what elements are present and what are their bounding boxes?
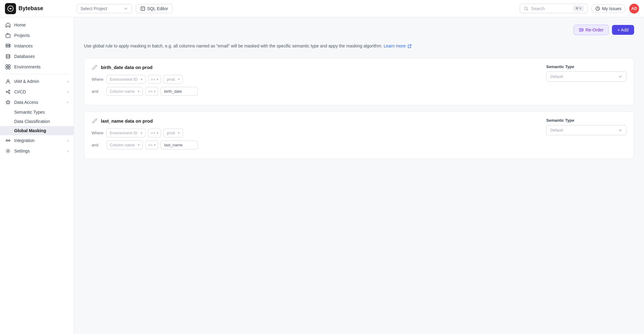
rule-1-where-row: Where Environment ID ▾ == ▾ prod [92,75,539,84]
rule-2-semantic-value: Default [550,128,563,132]
rule-1-header: birth_date data on prod [92,64,539,70]
project-select[interactable]: Select Project [76,4,132,13]
rule-2-semantic-select[interactable]: Default [546,125,626,135]
clock-icon [595,6,600,11]
chevron-down-col-op: ▾ [154,90,155,93]
sidebar-item-data-access[interactable]: Data Access › [0,97,74,108]
rule-1-op-select[interactable]: == ▾ [148,75,161,84]
sidebar-sub-item-data-classification[interactable]: Data Classification [0,117,74,126]
sidebar-item-settings[interactable]: Settings › [0,146,74,156]
rule-1-where-label: Where [92,77,104,82]
rule-2-col-field-label: Column name [110,143,135,147]
rule-1-col-field-label: Column name [110,89,135,94]
reorder-button[interactable]: Re-Order [573,25,609,35]
svg-point-7 [10,44,10,45]
rule-2-semantic: Semantic Type Default [546,118,626,135]
learn-more-link[interactable]: Learn more [384,43,411,48]
chevron-down-env2: ▾ [141,131,142,135]
sidebar-item-environments-label: Environments [14,64,41,69]
sidebar-item-cicd[interactable]: CI/CD › [0,87,74,97]
rule-1-semantic: Semantic Type Default [546,64,626,82]
sidebar-item-home[interactable]: Home [0,20,74,30]
rule-2-op-select[interactable]: == ▾ [148,128,161,137]
rule-1-env-field-select[interactable]: Environment ID ▾ [106,75,146,84]
sidebar-item-iam-label: IAM & Admin [14,79,39,84]
edit-icon-2[interactable] [92,118,97,124]
avatar[interactable]: AD [629,4,639,14]
sidebar-item-iam-admin[interactable]: IAM & Admin › [0,76,74,87]
rule-1-env-field-label: Environment ID [110,77,138,82]
chevron-right-icon: › [67,79,69,84]
svg-point-19 [9,140,10,141]
rule-1-semantic-value: Default [550,74,563,79]
main-content: Re-Order + Add Use global rule to apply … [74,17,644,334]
chevron-down-icon-data: › [66,102,71,103]
edit-icon-1[interactable] [92,64,97,70]
chevron-right-icon-set: › [67,149,69,153]
add-label: + Add [617,27,629,32]
info-text-content: Use global rule to apply masking in batc… [84,43,382,48]
search-bar[interactable]: Search ⌘ K [520,4,588,13]
chevron-down-op2: ▾ [157,131,158,135]
sidebar-sub-item-global-masking[interactable]: Global Masking [0,126,74,135]
rule-2-and-label: and [92,143,104,147]
rule-1-col-value-text: birth_date [164,89,182,94]
rule-1-col-op-label: == [148,89,153,94]
rule-1-col-op-select[interactable]: == ▾ [145,87,158,96]
semantic-types-label: Semantic Types [14,110,45,115]
rule-1-col-value: birth_date [161,87,198,96]
rule-2-header: last_name data on prod [92,118,539,124]
rule-2-col-field-select[interactable]: Column name ▾ [106,141,143,149]
sidebar-item-databases[interactable]: Databases [0,51,74,62]
rule-2-env-field-select[interactable]: Environment ID ▾ [106,128,146,137]
cicd-icon [5,89,11,95]
rule-1-env-value-select[interactable]: prod ▾ [163,75,183,84]
settings-icon [5,148,11,154]
logo: Bytebase [5,3,73,14]
my-issues-button[interactable]: My Issues [591,4,625,13]
rule-2-where-label: Where [92,131,104,135]
rule-1-semantic-select[interactable]: Default [546,71,626,82]
rule-1-env-value: prod [167,77,175,82]
svg-point-8 [10,46,10,47]
learn-more-label: Learn more [384,43,406,48]
global-masking-label: Global Masking [14,128,46,133]
chevron-down-col: ▾ [138,90,139,93]
content-header: Re-Order + Add [84,25,634,35]
svg-point-18 [6,140,8,141]
chevron-down-col-op2: ▾ [154,143,155,147]
rule-2-col-op-select[interactable]: == ▾ [145,141,158,149]
sidebar-item-projects[interactable]: Projects [0,30,74,41]
svg-point-14 [7,80,9,82]
external-link-icon [408,44,411,48]
avatar-initials: AD [631,6,637,11]
svg-rect-13 [8,67,10,69]
home-icon [5,22,11,28]
svg-rect-12 [6,67,8,69]
sidebar-item-instances[interactable]: Instances [0,41,74,51]
svg-point-16 [9,90,10,91]
sidebar-sub-item-semantic-types[interactable]: Semantic Types [0,108,74,117]
sidebar-item-integration[interactable]: Integration › [0,135,74,146]
sidebar-item-integration-label: Integration [14,138,35,143]
svg-point-20 [7,150,9,152]
add-button[interactable]: + Add [612,25,634,35]
rule-2-where-row: Where Environment ID ▾ == ▾ prod [92,128,539,137]
sql-editor-button[interactable]: SQL Editor [136,4,173,13]
rule-2-body: last_name data on prod Where Environment… [92,118,626,153]
sidebar-item-environments[interactable]: Environments [0,62,74,72]
environments-icon [5,64,11,70]
rule-2-env-value-select[interactable]: prod ▾ [163,128,183,137]
main-area: Home Projects Instances Databases [0,17,644,334]
svg-rect-10 [6,65,8,67]
logo-icon [5,3,16,14]
svg-rect-1 [141,7,145,10]
chevron-down-env-val: ▾ [178,78,180,81]
sidebar-divider [5,74,69,74]
rule-1-title: birth_date data on prod [101,65,153,70]
databases-icon [5,54,11,59]
rule-2-title: last_name data on prod [101,118,153,124]
rule-2-conditions: last_name data on prod Where Environment… [92,118,539,153]
rule-2-col-op-label: == [148,143,153,147]
rule-1-col-field-select[interactable]: Column name ▾ [106,87,143,96]
